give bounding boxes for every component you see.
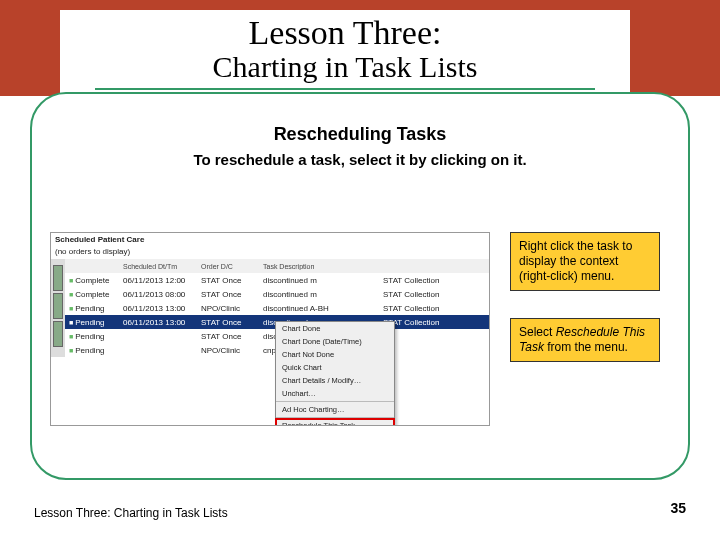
menu-item[interactable]: Unchart… (276, 387, 394, 400)
menu-item[interactable]: Chart Done (276, 322, 394, 335)
cell: STAT Once (201, 332, 263, 341)
tab-chip[interactable] (53, 293, 63, 319)
cell: discontinued m (263, 290, 383, 299)
cell: 06/11/2013 13:00 (123, 318, 201, 327)
col-order: Order D/C (201, 263, 263, 270)
task-table: Scheduled Dt/Tm Order D/C Task Descripti… (51, 259, 489, 357)
menu-item[interactable]: Quick Chart (276, 361, 394, 374)
tab-chip[interactable] (53, 321, 63, 347)
cell: NPO/Clinic (201, 346, 263, 355)
cell: STAT Once (201, 290, 263, 299)
slide: Lesson Three: Charting in Task Lists Res… (0, 0, 720, 540)
callout-select-reschedule: Select Reschedule This Task from the men… (510, 318, 660, 362)
cell: STAT Collection (383, 318, 489, 327)
title-line1: Lesson Three: (60, 14, 630, 52)
table-row[interactable]: Complete06/11/2013 12:00STAT Oncediscont… (65, 273, 489, 287)
cell: Complete (65, 276, 123, 285)
menu-item[interactable]: Ad Hoc Charting… (276, 403, 394, 416)
cell: Pending (65, 346, 123, 355)
cell: discontinued m (263, 276, 383, 285)
table-header-row: Scheduled Dt/Tm Order D/C Task Descripti… (65, 259, 489, 273)
cell: 06/11/2013 12:00 (123, 276, 201, 285)
cell: STAT Collection (383, 276, 489, 285)
col-desc: Task Description (263, 263, 383, 270)
content-frame: Rescheduling Tasks To reschedule a task,… (30, 92, 690, 480)
app-screenshot: Scheduled Patient Care (no orders to dis… (50, 232, 490, 426)
table-row[interactable]: Complete06/11/2013 08:00STAT Oncediscont… (65, 287, 489, 301)
cell: STAT Once (201, 318, 263, 327)
section-instruction: To reschedule a task, select it by click… (32, 151, 688, 168)
cell: NPO/Clinic (201, 304, 263, 313)
menu-item[interactable]: Chart Done (Date/Time) (276, 335, 394, 348)
cell: STAT Collection (383, 290, 489, 299)
cell: STAT Once (201, 276, 263, 285)
menu-separator (276, 401, 394, 402)
cell: Pending (65, 318, 123, 327)
table-row[interactable]: Pending06/11/2013 13:00NPO/Clinicdiscont… (65, 301, 489, 315)
cell: STAT Collection (383, 304, 489, 313)
section-heading: Rescheduling Tasks (32, 124, 688, 145)
col-datetime: Scheduled Dt/Tm (123, 263, 201, 270)
menu-item[interactable]: Chart Details / Modify… (276, 374, 394, 387)
cell: Complete (65, 290, 123, 299)
cell: Pending (65, 332, 123, 341)
context-menu[interactable]: Chart DoneChart Done (Date/Time)Chart No… (275, 321, 395, 426)
cell: Pending (65, 304, 123, 313)
vertical-tabs[interactable] (51, 259, 65, 357)
cell: 06/11/2013 08:00 (123, 290, 201, 299)
menu-item-reschedule-this-task[interactable]: Reschedule This Task… (276, 419, 394, 426)
tab-chip[interactable] (53, 265, 63, 291)
callout2-prefix: Select (519, 325, 556, 339)
title-line2: Charting in Task Lists (60, 50, 630, 84)
footer-left: Lesson Three: Charting in Task Lists (34, 506, 254, 520)
title-rule (95, 88, 595, 90)
app-window-title: Scheduled Patient Care (51, 233, 489, 246)
page-number: 35 (670, 500, 686, 516)
cell: discontinued A-BH (263, 304, 383, 313)
callout2-suffix: from the menu. (547, 340, 628, 354)
menu-separator (276, 417, 394, 418)
callout-right-click: Right click the task to display the cont… (510, 232, 660, 291)
callout-right-click-text: Right click the task to display the cont… (519, 239, 632, 283)
app-section-label: (no orders to display) (51, 246, 489, 259)
menu-item[interactable]: Chart Not Done (276, 348, 394, 361)
cell: 06/11/2013 13:00 (123, 304, 201, 313)
